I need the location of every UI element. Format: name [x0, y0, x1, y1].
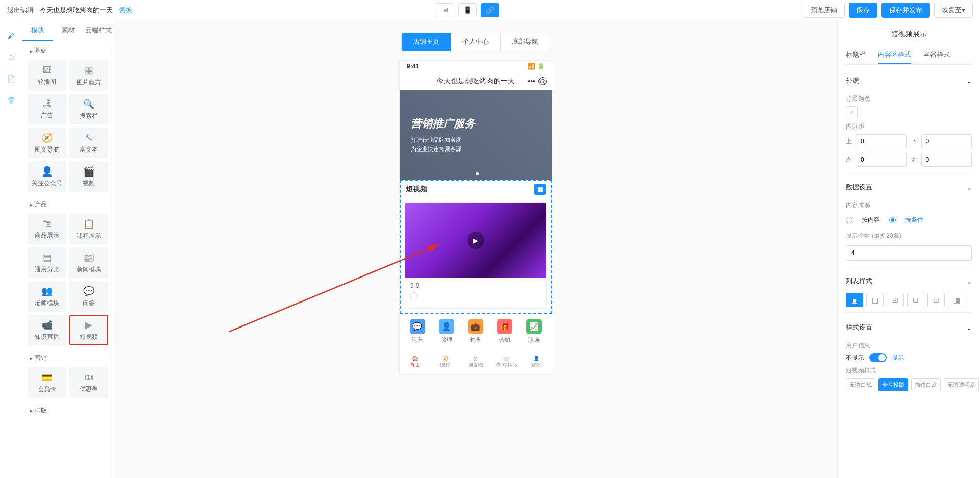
section-basic[interactable]: ▸ 基础 [22, 41, 114, 60]
section-product[interactable]: ▸ 产品 [22, 195, 114, 214]
feature-item[interactable]: 💬运营 [410, 319, 425, 344]
tab-moments[interactable]: ◎朋友圈 [460, 349, 491, 374]
insp-style-hd[interactable]: 样式设置⌄ [846, 318, 972, 337]
layout-opt-4[interactable]: ⊟ [907, 293, 924, 307]
video-style-label: 短视频样式 [846, 366, 972, 375]
panel-tab-assets[interactable]: 素材 [53, 20, 84, 41]
module-panel: 模块 素材 云端样式 ▸ 基础 🖼轮播图 ▦图片魔方 🏞广告 🔍搜索栏 🧭图文导… [22, 20, 114, 478]
feature-item[interactable]: 👤管理 [439, 319, 454, 344]
module-image-cube[interactable]: ▦图片魔方 [69, 60, 108, 91]
tab-course[interactable]: 🧭课程 [430, 349, 461, 374]
phone-status-bar: 9:41 📶 🔋 [400, 61, 552, 72]
module-short-video[interactable]: ▶短视频 [69, 315, 108, 345]
module-search[interactable]: 🔍搜索栏 [69, 94, 108, 124]
panel-tab-cloud[interactable]: 云端样式 [83, 20, 114, 41]
canvas-tab-bottom[interactable]: 底部导航 [501, 33, 550, 51]
module-live[interactable]: 📹知识直播 [28, 315, 66, 345]
pad-bottom[interactable] [921, 134, 972, 148]
video-thumbnail: ▶ [405, 203, 546, 278]
device-link-button[interactable]: 🔗 [481, 3, 499, 17]
delete-block-button[interactable]: 🗑 [534, 184, 546, 195]
rail-shirt-icon[interactable]: 👕 [6, 95, 16, 105]
exit-edit-link[interactable]: 退出编辑 [7, 6, 34, 15]
insp-tab-content[interactable]: 内容区样式 [878, 46, 911, 64]
canvas: 店铺主页 个人中心 底部导航 9:41 📶 🔋 今天也是想吃烤肉的一天 ••• … [114, 20, 837, 478]
phone-time: 9:41 [407, 63, 419, 70]
section-marketing[interactable]: ▸ 营销 [22, 348, 114, 367]
radio-by-content[interactable] [846, 217, 852, 223]
restore-button[interactable]: 恢复至 ▾ [934, 3, 973, 18]
panel-tab-modules[interactable]: 模块 [22, 20, 53, 41]
module-product[interactable]: 🛍商品展示 [28, 214, 66, 244]
banner-line1: 打造行业品牌知名度 [411, 136, 552, 145]
device-desktop-button[interactable]: 🖥 [436, 3, 454, 17]
insp-appearance-hd[interactable]: 外观⌄ [846, 71, 972, 90]
feature-item[interactable]: 💼销售 [468, 319, 483, 344]
rail-brush-icon[interactable]: 🖌 [6, 31, 16, 41]
userinfo-toggle[interactable] [869, 353, 887, 362]
module-member[interactable]: 💳会员卡 [28, 367, 66, 398]
layout-opt-6[interactable]: ▥ [948, 293, 965, 307]
feature-item[interactable]: 🎁营销 [497, 319, 512, 344]
module-qa[interactable]: 💬问答 [69, 281, 108, 312]
layout-opt-2[interactable]: ◫ [866, 293, 884, 307]
userinfo-label: 用户信息 [846, 341, 972, 350]
phone-signal-icon: 📶 🔋 [528, 63, 545, 70]
layout-opt-3[interactable]: ⊞ [887, 293, 904, 307]
module-richtext[interactable]: ✎富文本 [69, 128, 108, 158]
insp-data-hd[interactable]: 数据设置⌄ [846, 178, 972, 197]
video-block-title: 短视频 [406, 185, 427, 194]
feature-item[interactable]: 📈职场 [526, 319, 542, 344]
preview-button[interactable]: 预览店铺 [803, 3, 845, 18]
padding-label: 内边距 [846, 122, 972, 131]
canvas-tab-profile[interactable]: 个人中心 [451, 33, 501, 51]
bg-color-picker[interactable]: × [846, 106, 858, 118]
count-input[interactable] [846, 245, 972, 261]
style-opt-1[interactable]: 无边白底 [846, 378, 875, 391]
banner[interactable]: 营销推广服务 打造行业品牌知名度 为企业快速拓展客源 [400, 90, 552, 180]
radio-by-condition[interactable] [889, 217, 896, 223]
insp-tab-title[interactable]: 标题栏 [846, 46, 866, 64]
publish-button[interactable]: 保存并发布 [881, 3, 930, 18]
style-opt-3[interactable]: 描边白底 [911, 378, 941, 391]
insp-tab-container[interactable]: 容器样式 [923, 46, 950, 64]
tab-study[interactable]: 📖学习中心 [491, 349, 522, 374]
phone-capsule: ••• ◎ [528, 77, 547, 85]
tab-me[interactable]: 👤我的 [521, 349, 552, 374]
save-button[interactable]: 保存 [849, 3, 877, 18]
module-carousel[interactable]: 🖼轮播图 [28, 60, 66, 91]
video-card[interactable]: ▶ 9-9 [405, 202, 547, 309]
phone-preview: 9:41 📶 🔋 今天也是想吃烤肉的一天 ••• ◎ 营销推广服务 打造行业品牌… [399, 60, 552, 375]
style-opt-2[interactable]: 卡片投影 [878, 378, 908, 391]
device-mobile-button[interactable]: 📱 [458, 3, 477, 17]
rail-page-icon[interactable]: 📄 [6, 73, 16, 84]
module-ad[interactable]: 🏞广告 [28, 94, 66, 124]
module-teacher[interactable]: 👥老师模块 [28, 281, 66, 312]
style-opt-4[interactable]: 无边透明底 [944, 378, 979, 391]
tab-home[interactable]: 🏠首页 [400, 349, 430, 374]
pad-top[interactable] [856, 134, 907, 148]
layout-opt-5[interactable]: ⊡ [927, 293, 945, 307]
layout-opt-1[interactable]: ▣ [846, 293, 863, 307]
rail-hexagon-icon[interactable]: ⬡ [6, 52, 16, 62]
canvas-tab-home[interactable]: 店铺主页 [402, 33, 451, 51]
module-course[interactable]: 📋课程展示 [69, 214, 108, 244]
module-news[interactable]: 📰新闻模块 [69, 247, 108, 278]
module-video[interactable]: 🎬视频 [69, 161, 108, 192]
video-date: 9-9 [410, 282, 541, 289]
switch-link[interactable]: 切换 [119, 6, 132, 15]
banner-indicator [476, 172, 479, 175]
module-nav[interactable]: 🧭图文导航 [28, 128, 66, 158]
bg-label: 背景颜色 [846, 94, 972, 103]
module-follow[interactable]: 👤关注公众号 [28, 161, 66, 192]
short-video-block[interactable]: 短视频 🗑 ▶ 9-9 [400, 180, 552, 314]
tabbar: 🏠首页 🧭课程 ◎朋友圈 📖学习中心 👤我的 [400, 349, 552, 374]
pad-left[interactable] [856, 153, 907, 167]
userinfo-on: 显示 [892, 354, 904, 362]
module-category[interactable]: ▤通用分类 [28, 247, 66, 278]
module-coupon[interactable]: 🎟优惠券 [69, 367, 108, 398]
insp-list-hd[interactable]: 列表样式⌄ [846, 271, 972, 291]
pad-right[interactable] [921, 153, 972, 167]
inspector: 短视频展示 标题栏 内容区样式 容器样式 外观⌄ 背景颜色 × 内边距 上 下 … [837, 20, 980, 478]
section-layout[interactable]: ▸ 排版 [22, 401, 114, 420]
